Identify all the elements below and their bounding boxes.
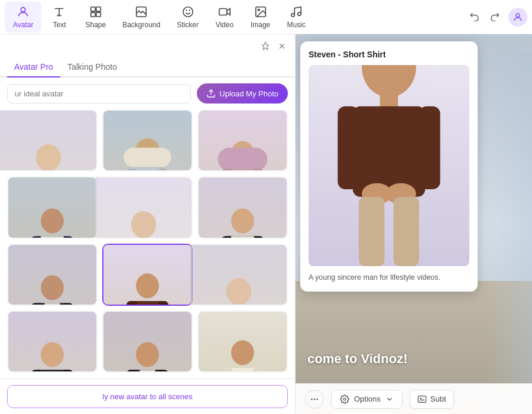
toolbar-item-shape[interactable]: Shape — [77, 2, 114, 33]
avatar-card-11[interactable]: Zion - Suit Profile — [102, 310, 193, 373]
search-area: Upload My Photo — [0, 77, 295, 109]
toolbar-item-video[interactable]: Video — [207, 2, 242, 33]
undo-redo-group — [466, 7, 504, 27]
avatar-card-4[interactable]: Charles - Teacher — [7, 176, 98, 238]
svg-rect-4 — [96, 12, 100, 16]
avatar-card-12[interactable]: Patrick - Casual — [197, 310, 288, 373]
apply-bar: ly new avatar to all scenes — [0, 379, 295, 414]
svg-rect-68 — [222, 368, 233, 373]
svg-point-82 — [316, 398, 318, 400]
preview-popup-description: A young sincere man for lifestyle videos… — [309, 272, 469, 283]
svg-point-70 — [362, 65, 416, 97]
undo-button[interactable] — [466, 7, 484, 27]
bottom-bar: Options Subt — [296, 383, 532, 414]
svg-rect-51 — [126, 301, 138, 306]
user-avatar-button[interactable] — [508, 8, 527, 27]
svg-point-61 — [136, 342, 159, 367]
avatar-card-1[interactable]: nager — [0, 109, 98, 172]
svg-point-6 — [183, 7, 193, 17]
svg-point-55 — [226, 278, 251, 305]
svg-rect-69 — [252, 368, 264, 373]
tab-avatar-pro[interactable]: Avatar Pro — [7, 57, 60, 77]
canvas-area: come to Vidnoz! Steven - Short Shirt — [296, 34, 532, 414]
welcome-text: come to Vidnoz! — [307, 351, 408, 367]
avatar-grid: nager Ali - Ghutra — [0, 109, 295, 379]
svg-point-66 — [231, 340, 254, 365]
close-panel-button[interactable] — [276, 40, 288, 54]
avatar-preview-popup: Steven - Short Shirt — [300, 41, 478, 292]
svg-rect-74 — [338, 106, 359, 189]
toolbar-item-image[interactable]: Image — [242, 2, 278, 33]
avatar-card-8[interactable]: Steven - Short Shirt — [102, 244, 193, 306]
search-input[interactable] — [7, 84, 191, 104]
more-options-dots[interactable] — [305, 390, 324, 409]
svg-rect-79 — [394, 197, 419, 266]
avatar-panel: Avatar Pro Talking Photo Upload My Photo — [0, 34, 296, 414]
avatar-card-2[interactable]: Ali - Ghutra — [102, 109, 193, 172]
svg-rect-75 — [419, 106, 440, 189]
svg-point-39 — [231, 208, 254, 233]
preview-popup-title: Steven - Short Shirt — [309, 50, 469, 59]
svg-rect-36 — [41, 236, 64, 239]
avatar-card-3[interactable]: Basma - Pink Hijab — [197, 109, 288, 172]
upload-photo-button[interactable]: Upload My Photo — [197, 83, 288, 104]
svg-rect-28 — [218, 148, 268, 171]
avatar-card-7[interactable]: Mason - Suit — [7, 244, 98, 306]
avatar-card-9[interactable]: siness — [190, 244, 288, 306]
svg-point-12 — [291, 13, 295, 17]
svg-point-37 — [131, 211, 155, 238]
svg-point-32 — [41, 208, 64, 233]
svg-point-49 — [136, 273, 159, 298]
toolbar-item-sticker[interactable]: Sticker — [168, 2, 207, 33]
toolbar-item-background[interactable]: Background — [114, 2, 168, 33]
apply-to-all-button[interactable]: ly new avatar to all scenes — [7, 385, 288, 408]
panel-tabs: Avatar Pro Talking Photo — [0, 57, 295, 77]
svg-point-11 — [258, 9, 259, 11]
main-area: Avatar Pro Talking Photo Upload My Photo — [0, 34, 532, 414]
svg-point-81 — [314, 398, 316, 400]
svg-rect-73 — [353, 106, 425, 197]
panel-header-actions — [259, 40, 288, 54]
svg-rect-3 — [91, 12, 95, 16]
svg-rect-43 — [231, 236, 254, 239]
svg-point-18 — [35, 144, 60, 172]
options-button[interactable]: Options — [331, 390, 403, 409]
canvas-background: come to Vidnoz! Steven - Short Shirt — [296, 34, 532, 414]
svg-point-44 — [41, 275, 64, 300]
svg-point-57 — [41, 342, 64, 367]
subtitles-button[interactable]: Subt — [410, 390, 454, 409]
svg-point-14 — [516, 14, 520, 17]
svg-rect-9 — [219, 8, 227, 15]
svg-point-0 — [21, 7, 25, 11]
toolbar-item-text[interactable]: Text — [41, 2, 77, 33]
svg-rect-1 — [91, 7, 95, 11]
svg-rect-23 — [124, 148, 171, 167]
toolbar-item-music[interactable]: Music — [278, 2, 314, 33]
toolbar-item-avatar[interactable]: Avatar — [5, 2, 41, 33]
svg-point-83 — [343, 398, 346, 400]
avatar-card-5[interactable]: taff — [95, 176, 193, 238]
svg-rect-48 — [45, 303, 60, 306]
avatar-card-10[interactable]: Basma - Casual — [7, 310, 98, 373]
svg-rect-84 — [418, 396, 426, 402]
svg-rect-52 — [157, 301, 168, 306]
redo-button[interactable] — [486, 7, 504, 27]
svg-rect-2 — [96, 7, 100, 11]
pin-button[interactable] — [259, 40, 271, 54]
svg-rect-65 — [140, 370, 155, 373]
avatar-card-6[interactable]: Harper - Host — [197, 176, 288, 238]
toolbar: Avatar Text Shape Background Sticker — [0, 0, 532, 34]
svg-point-80 — [311, 398, 313, 400]
preview-popup-image — [309, 65, 469, 266]
svg-point-13 — [298, 12, 301, 15]
tab-talking-photo[interactable]: Talking Photo — [60, 57, 124, 77]
panel-header — [0, 34, 295, 54]
svg-rect-78 — [359, 197, 384, 266]
